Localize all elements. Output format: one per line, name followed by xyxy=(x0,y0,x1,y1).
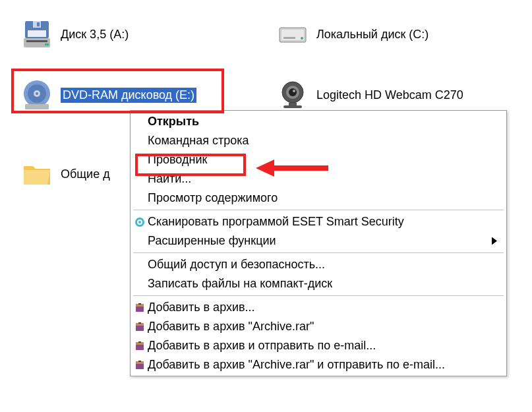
dvd-drive-icon xyxy=(21,79,53,111)
drive-dvd-label: DVD-RAM дисковод (E:) xyxy=(61,88,196,103)
menu-archive-and-email-label: Добавить в архив и отправить по e-mail..… xyxy=(148,339,376,353)
folder-shared[interactable]: Общие д xyxy=(21,158,110,190)
menu-command-line[interactable]: Командная строка xyxy=(132,131,505,150)
folder-shared-label: Общие д xyxy=(61,167,110,181)
menu-burn-disc[interactable]: Записать файлы на компакт-диск xyxy=(132,274,505,293)
svg-rect-10 xyxy=(283,37,295,39)
winrar-icon xyxy=(134,340,146,352)
menu-archive-named-and-email[interactable]: Добавить в архив "Archive.rar" и отправи… xyxy=(132,355,505,374)
menu-sharing-security[interactable]: Общий доступ и безопасность... xyxy=(132,255,505,274)
menu-add-to-archive-named-label: Добавить в архив "Archive.rar" xyxy=(148,320,314,334)
menu-view-contents[interactable]: Просмотр содержимого xyxy=(132,189,505,208)
menu-archive-named-and-email-label: Добавить в архив "Archive.rar" и отправи… xyxy=(148,358,445,372)
svg-point-19 xyxy=(293,90,295,92)
menu-eset-scan-label: Сканировать программой ESET Smart Securi… xyxy=(148,215,404,229)
context-menu: Открыть Командная строка Проводник Найти… xyxy=(130,110,507,376)
svg-point-18 xyxy=(289,88,297,96)
svg-rect-3 xyxy=(28,30,46,37)
winrar-icon xyxy=(134,321,146,333)
menu-separator xyxy=(133,295,504,296)
menu-separator xyxy=(133,252,504,253)
svg-rect-21 xyxy=(283,105,302,108)
svg-rect-6 xyxy=(45,44,49,45)
svg-point-24 xyxy=(138,221,141,223)
winrar-icon xyxy=(134,359,146,371)
folder-icon xyxy=(21,158,53,190)
menu-find-label: Найти... xyxy=(148,172,191,186)
submenu-arrow-icon xyxy=(492,234,497,248)
webcam-icon xyxy=(277,79,309,111)
menu-advanced-functions-label: Расширенные функции xyxy=(148,234,276,248)
svg-rect-30 xyxy=(138,322,141,324)
menu-find[interactable]: Найти... xyxy=(132,169,505,189)
menu-view-contents-label: Просмотр содержимого xyxy=(148,191,278,205)
menu-archive-and-email[interactable]: Добавить в архив и отправить по e-mail..… xyxy=(132,336,505,355)
svg-rect-36 xyxy=(138,361,141,362)
device-webcam[interactable]: Logitech HD Webcam C270 xyxy=(277,79,463,111)
menu-open[interactable]: Открыть xyxy=(132,112,505,131)
svg-point-9 xyxy=(301,37,303,40)
svg-rect-4 xyxy=(24,38,50,47)
menu-eset-scan[interactable]: Сканировать программой ESET Smart Securi… xyxy=(132,212,505,231)
menu-explorer-label: Проводник xyxy=(148,153,207,167)
svg-rect-2 xyxy=(37,22,40,26)
svg-rect-33 xyxy=(138,341,141,343)
menu-sharing-security-label: Общий доступ и безопасность... xyxy=(148,258,325,272)
svg-point-14 xyxy=(36,92,38,95)
menu-explorer[interactable]: Проводник xyxy=(132,150,505,169)
drive-local-label: Локальный диск (C:) xyxy=(316,28,429,42)
device-webcam-label: Logitech HD Webcam C270 xyxy=(316,88,463,102)
drive-dvd[interactable]: DVD-RAM дисковод (E:) xyxy=(21,79,196,111)
drive-floppy-label: Диск 3,5 (A:) xyxy=(61,28,129,42)
menu-add-to-archive-label: Добавить в архив... xyxy=(148,301,255,314)
menu-add-to-archive-named[interactable]: Добавить в архив "Archive.rar" xyxy=(132,317,505,336)
drive-local[interactable]: Локальный диск (C:) xyxy=(277,18,429,50)
menu-add-to-archive[interactable]: Добавить в архив... xyxy=(132,298,505,317)
eset-icon xyxy=(134,216,146,228)
svg-rect-20 xyxy=(289,103,297,105)
svg-rect-5 xyxy=(26,40,47,42)
menu-advanced-functions[interactable]: Расширенные функции xyxy=(132,231,505,250)
menu-separator xyxy=(133,210,504,210)
svg-rect-27 xyxy=(138,303,141,305)
svg-rect-15 xyxy=(25,104,49,109)
menu-open-label: Открыть xyxy=(148,115,199,129)
menu-command-line-label: Командная строка xyxy=(148,134,249,148)
winrar-icon xyxy=(134,302,146,314)
hard-drive-icon xyxy=(277,18,309,50)
floppy-drive-icon xyxy=(21,18,53,50)
menu-burn-disc-label: Записать файлы на компакт-диск xyxy=(148,277,332,291)
drive-floppy[interactable]: Диск 3,5 (A:) xyxy=(21,18,129,50)
